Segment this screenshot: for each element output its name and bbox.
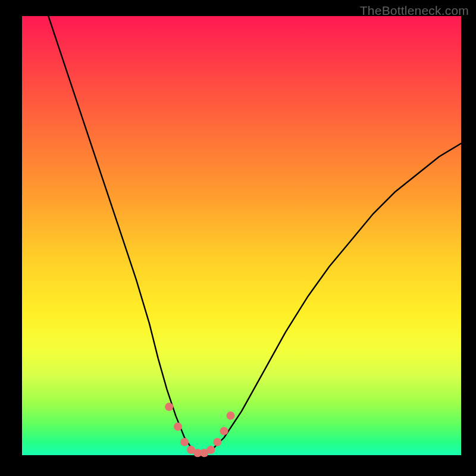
highlight-dot bbox=[213, 438, 221, 446]
bottleneck-curve bbox=[48, 16, 461, 455]
highlight-dot bbox=[180, 438, 189, 446]
highlight-dots bbox=[165, 403, 234, 458]
highlight-dot bbox=[227, 412, 235, 420]
plot-area bbox=[22, 16, 461, 455]
curve-layer bbox=[22, 16, 461, 455]
highlight-dot bbox=[220, 427, 228, 435]
watermark-text: TheBottleneck.com bbox=[360, 4, 469, 18]
highlight-dot bbox=[206, 446, 215, 454]
highlight-dot bbox=[165, 403, 173, 411]
bottleneck-curve-path bbox=[48, 16, 461, 455]
highlight-dot bbox=[174, 422, 182, 431]
chart-frame: TheBottleneck.com bbox=[0, 0, 476, 476]
